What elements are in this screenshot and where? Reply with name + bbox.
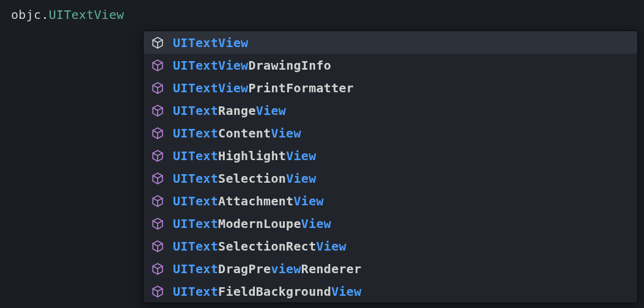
completion-label: UITextDragPreviewRenderer [173,262,362,276]
completion-item[interactable]: UITextDragPreviewRenderer [144,257,637,280]
completion-item[interactable]: UITextViewDrawingInfo [144,54,637,76]
completion-item[interactable]: UITextHighlightView [144,144,637,167]
cube-icon [151,81,164,95]
cube-icon [151,285,164,298]
token-dot: . [41,7,48,22]
cube-icon [151,172,164,185]
completion-label: UITextModernLoupeView [173,216,331,231]
completion-label: UITextHighlightView [173,148,317,163]
completion-label: UITextAttachmentView [173,194,324,208]
cube-icon [151,262,164,276]
completion-item[interactable]: UITextAttachmentView [144,189,637,212]
cube-icon [151,104,164,117]
completion-item[interactable]: UITextFieldBackgroundView [144,280,637,302]
cube-icon [151,149,164,163]
editor-line[interactable]: objc.UITextView [0,0,644,29]
token-member: UITextView [49,7,124,22]
completion-label: UITextFieldBackgroundView [173,284,362,299]
completion-label: UITextView [173,35,248,50]
completion-item[interactable]: UITextSelectionRectView [144,235,637,257]
cube-icon [151,127,164,140]
completion-item[interactable]: UITextView [144,31,637,54]
completion-label: UITextRangeView [173,103,286,118]
completion-label: UITextViewPrintFormatter [173,81,354,95]
completion-label: UITextViewDrawingInfo [173,58,331,73]
completion-item[interactable]: UITextSelectionView [144,167,637,189]
cube-icon [151,194,164,208]
token-module: objc [11,7,41,22]
completion-item[interactable]: UITextViewPrintFormatter [144,76,637,99]
completion-item[interactable]: UITextRangeView [144,99,637,122]
completion-label: UITextSelectionView [173,171,317,186]
completion-label: UITextContentView [173,126,301,141]
cube-icon [151,36,164,50]
cube-icon [151,240,164,253]
completion-label: UITextSelectionRectView [173,239,346,254]
autocomplete-popup[interactable]: UITextView UITextViewDrawingInfo UITextV… [143,31,638,303]
completion-item[interactable]: UITextModernLoupeView [144,212,637,235]
completion-item[interactable]: UITextContentView [144,122,637,144]
cube-icon [151,59,164,72]
cube-icon [151,217,164,230]
